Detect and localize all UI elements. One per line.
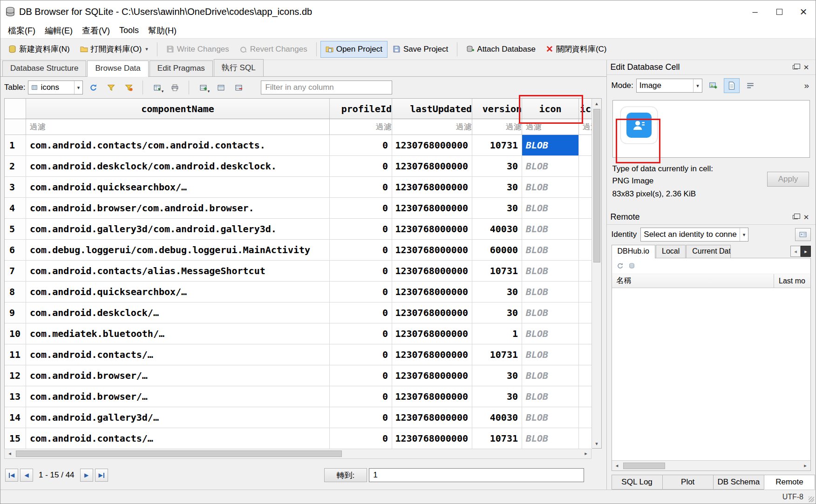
filter-cell-icon[interactable]: 過濾	[522, 119, 579, 134]
cell-updated[interactable]: 1230768000000	[392, 156, 472, 176]
cell-version[interactable]: 30	[472, 302, 522, 323]
cell-profile[interactable]: 0	[330, 198, 392, 218]
table-row[interactable]: 2com.android.deskclock/com.android.deskc…	[5, 156, 592, 177]
open-project-button[interactable]: Open Project	[320, 41, 388, 58]
remote-tab-dbhub[interactable]: DBHub.io	[612, 245, 655, 258]
tab-scroll-left-icon[interactable]: ◂	[790, 246, 801, 257]
revert-changes-button[interactable]: Revert Changes	[234, 41, 313, 58]
cell-version[interactable]: 10731	[472, 135, 522, 155]
cell-version[interactable]: 30	[472, 365, 522, 386]
resize-grip[interactable]	[809, 497, 814, 502]
cell-icon[interactable]: BLOB	[522, 240, 579, 260]
cell-num[interactable]: 10	[5, 323, 26, 344]
cell-updated[interactable]: 1230768000000	[392, 240, 472, 260]
cell-icon[interactable]: BLOB	[522, 428, 579, 449]
cell-name[interactable]: com.android.browser/…	[26, 386, 330, 407]
remote-scroll-right-icon[interactable]: ▸	[800, 461, 810, 470]
cell-icon[interactable]: BLOB	[522, 261, 579, 281]
cell-name[interactable]: com.android.gallery3d/…	[26, 407, 330, 428]
cell-name[interactable]: com.android.quicksearchbox/…	[26, 177, 330, 197]
remote-close-button[interactable]: ✕	[801, 212, 812, 222]
remote-tab-local[interactable]: Local	[656, 245, 686, 258]
table-row[interactable]: 7com.android.contacts/alias.MessageShort…	[5, 261, 592, 282]
cell-extra[interactable]	[579, 282, 592, 302]
cell-version[interactable]: 10731	[472, 344, 522, 365]
cell-extra[interactable]	[579, 240, 592, 260]
remote-horizontal-scrollbar[interactable]: ◂ ▸	[612, 460, 810, 470]
menu-tools[interactable]: Tools	[115, 24, 143, 37]
filter-any-column-input[interactable]	[261, 81, 392, 94]
table-select[interactable]: icons ▾	[28, 81, 83, 94]
cell-updated[interactable]: 1230768000000	[392, 135, 472, 155]
edit-cell-close-button[interactable]: ✕	[801, 62, 812, 73]
horizontal-scrollbar-thumb[interactable]	[16, 450, 342, 457]
cell-icon[interactable]: BLOB	[522, 302, 579, 323]
cell-profile[interactable]: 0	[330, 407, 392, 428]
cell-profile[interactable]: 0	[330, 240, 392, 260]
menu-file[interactable]: 檔案(F)	[3, 23, 40, 38]
duplicate-record-button[interactable]	[213, 80, 228, 95]
identity-select[interactable]: Select an identity to conne ▾	[640, 228, 748, 242]
remote-column-name[interactable]: 名稱	[612, 274, 774, 288]
cell-updated[interactable]: 1230768000000	[392, 407, 472, 428]
cell-extra[interactable]	[579, 261, 592, 281]
cell-updated[interactable]: 1230768000000	[392, 282, 472, 302]
cell-name[interactable]: com.debug.loggerui/com.debug.loggerui.Ma…	[26, 240, 330, 260]
minimize-button[interactable]: –	[743, 0, 767, 23]
last-record-button[interactable]: ▶	[95, 469, 108, 482]
cell-name[interactable]: com.android.deskclock/…	[26, 302, 330, 323]
cell-updated[interactable]: 1230768000000	[392, 344, 472, 365]
toolbar-extension-icon[interactable]: »	[804, 81, 811, 91]
close-database-button[interactable]: ✕ 關閉資料庫(C)	[541, 40, 612, 58]
filter-button[interactable]	[103, 80, 118, 95]
cell-num[interactable]: 3	[5, 177, 26, 197]
cell-profile[interactable]: 0	[330, 365, 392, 386]
cell-updated[interactable]: 1230768000000	[392, 365, 472, 386]
scroll-down-icon[interactable]: ▾	[592, 439, 601, 448]
cell-extra[interactable]	[579, 177, 592, 197]
cell-extra[interactable]	[579, 344, 592, 365]
remote-tab-current[interactable]: Current Dat	[686, 245, 731, 258]
insert-record-button[interactable]: ▾	[196, 80, 211, 95]
filter-cell-overflow[interactable]: 過濾	[579, 119, 592, 134]
cell-num[interactable]: 12	[5, 365, 26, 386]
cell-updated[interactable]: 1230768000000	[392, 386, 472, 407]
new-database-button[interactable]: 新建資料庫(N)	[3, 40, 75, 58]
cell-num[interactable]: 13	[5, 386, 26, 407]
cell-profile[interactable]: 0	[330, 386, 392, 407]
next-record-button[interactable]: ▶	[80, 469, 93, 482]
import-data-button[interactable]	[705, 78, 721, 93]
write-changes-button[interactable]: Write Changes	[161, 41, 234, 58]
cell-name[interactable]: com.android.contacts/…	[26, 344, 330, 365]
column-header-version[interactable]: version	[472, 99, 522, 119]
cell-version[interactable]: 30	[472, 177, 522, 197]
cell-profile[interactable]: 0	[330, 302, 392, 323]
remote-refresh-icon[interactable]	[617, 262, 624, 269]
cell-num[interactable]: 9	[5, 302, 26, 323]
cell-name[interactable]: com.android.browser/com.android.browser.	[26, 198, 330, 218]
cell-version[interactable]: 30	[472, 282, 522, 302]
table-row[interactable]: 12com.android.browser/…0123076800000030B…	[5, 365, 592, 386]
text-view-button[interactable]	[724, 78, 740, 93]
tab-browse-data[interactable]: Browse Data	[87, 60, 148, 77]
table-row[interactable]: 4com.android.browser/com.android.browser…	[5, 198, 592, 219]
cell-num[interactable]: 6	[5, 240, 26, 260]
tab-sql-log[interactable]: SQL Log	[612, 475, 663, 490]
delete-record-button[interactable]	[231, 80, 246, 95]
horizontal-scrollbar[interactable]: ◂ ▸	[4, 449, 592, 459]
vertical-scrollbar-thumb[interactable]	[593, 109, 600, 262]
goto-button[interactable]: 轉到:	[324, 468, 367, 482]
column-header-overflow[interactable]: ic	[579, 99, 592, 119]
filter-cell-profileid[interactable]: 過濾	[330, 119, 392, 134]
tab-edit-pragmas[interactable]: Edit Pragmas	[150, 60, 213, 76]
table-row[interactable]: 1com.android.contacts/com.android.contac…	[5, 135, 592, 156]
cell-icon[interactable]: BLOB	[522, 365, 579, 386]
filter-cell-lastupdated[interactable]: 過濾	[392, 119, 472, 134]
cell-num[interactable]: 5	[5, 219, 26, 239]
cell-icon[interactable]: BLOB	[522, 156, 579, 176]
cell-extra[interactable]	[579, 428, 592, 449]
cell-extra[interactable]	[579, 219, 592, 239]
attach-database-button[interactable]: Attach Database	[461, 41, 541, 58]
menu-help[interactable]: 幫助(H)	[143, 23, 181, 38]
word-wrap-button[interactable]	[742, 78, 758, 93]
